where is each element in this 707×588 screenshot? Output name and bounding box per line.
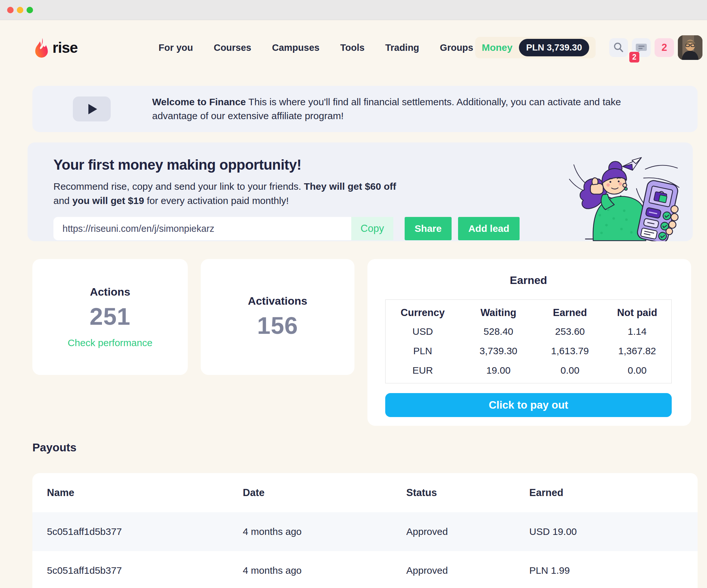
payout-status: Approved	[406, 526, 529, 537]
earned-cell: 1,613.79	[537, 341, 603, 361]
maximize-window-button[interactable]	[27, 7, 33, 13]
payout-status: Approved	[406, 565, 529, 576]
close-window-button[interactable]	[7, 7, 13, 13]
earned-row-usd: USD 528.40 253.60 1.14	[385, 322, 672, 341]
search-button[interactable]	[609, 38, 628, 57]
notifications-button[interactable]: 2	[654, 38, 674, 57]
affiliate-opportunity-card: Your first money making opportunity! Rec…	[28, 142, 693, 241]
payout-earned: USD 19.00	[529, 526, 698, 537]
earned-col-waiting: Waiting	[460, 300, 537, 322]
rise-logo[interactable]: rise	[32, 38, 78, 58]
earned-col-earned: Earned	[537, 300, 603, 322]
brand-name: rise	[53, 39, 78, 56]
money-balance-pill[interactable]: Money PLN 3,739.30	[475, 37, 596, 58]
payouts-col-date: Date	[243, 487, 406, 499]
payout-row: 5c051aff1d5b377 4 months ago Approved US…	[32, 512, 698, 551]
currency-cell: EUR	[385, 361, 460, 383]
welcome-banner-bold: Welcome to Finance	[152, 97, 246, 107]
nav-groups[interactable]: Groups	[440, 42, 473, 53]
payouts-col-name: Name	[47, 487, 243, 499]
activations-value: 156	[257, 312, 298, 339]
check-performance-link[interactable]: Check performance	[68, 337, 153, 349]
window-titlebar	[0, 0, 707, 20]
payout-date: 4 months ago	[243, 526, 406, 537]
flame-icon	[32, 38, 50, 58]
earned-col-currency: Currency	[385, 300, 460, 322]
payouts-title: Payouts	[32, 441, 707, 454]
payouts-col-status: Status	[406, 487, 529, 499]
actions-value: 251	[90, 303, 131, 330]
opportunity-description: Recommend rise, copy and send your link …	[54, 179, 400, 208]
waiting-cell: 19.00	[460, 361, 537, 383]
referral-link-field[interactable]: https://riseuni.com/en/j/simonpiekarz	[54, 217, 351, 240]
payouts-table: Name Date Status Earned 5c051aff1d5b377 …	[32, 473, 698, 588]
affiliate-illustration	[567, 151, 686, 241]
currency-cell: USD	[385, 322, 460, 341]
activations-card: Activations 156	[201, 259, 355, 375]
payouts-col-earned: Earned	[529, 487, 698, 499]
nav-for-you[interactable]: For you	[159, 42, 193, 53]
share-button[interactable]: Share	[405, 217, 451, 240]
nav-campuses[interactable]: Campuses	[272, 42, 319, 53]
play-icon	[88, 104, 97, 114]
nav-trading[interactable]: Trading	[385, 42, 419, 53]
notpaid-cell: 1.14	[603, 322, 671, 341]
desc-bold-you: you will get $19	[72, 195, 144, 206]
earned-card: Earned Currency Waiting Earned Not paid …	[367, 259, 691, 426]
actions-title: Actions	[90, 286, 131, 298]
chat-button[interactable]: 2	[632, 38, 651, 57]
payout-name: 5c051aff1d5b377	[47, 565, 243, 576]
earned-row-eur: EUR 19.00 0.00 0.00	[385, 361, 672, 383]
waiting-cell: 3,739.30	[460, 341, 537, 361]
notification-count: 2	[661, 42, 667, 54]
search-icon	[612, 41, 625, 54]
earned-cell: 0.00	[537, 361, 603, 383]
chat-unread-badge: 2	[629, 52, 639, 63]
payout-earned: PLN 1.99	[529, 565, 698, 576]
user-avatar[interactable]	[678, 35, 703, 60]
avatar-photo	[678, 35, 703, 60]
money-label: Money	[482, 42, 512, 53]
waiting-cell: 528.40	[460, 322, 537, 341]
app-header: rise For you Courses Campuses Tools Trad…	[0, 20, 707, 75]
pay-out-button[interactable]: Click to pay out	[385, 393, 672, 417]
copy-link-button[interactable]: Copy	[351, 217, 393, 240]
earned-row-pln: PLN 3,739.30 1,613.79 1,367.82	[385, 341, 672, 361]
earned-table: Currency Waiting Earned Not paid USD 528…	[385, 299, 672, 383]
payout-row: 5c051aff1d5b377 4 months ago Approved PL…	[32, 551, 698, 588]
paper-plane-icon	[622, 158, 641, 170]
currency-cell: PLN	[385, 341, 460, 361]
earned-table-header: Currency Waiting Earned Not paid	[385, 300, 672, 322]
nav-courses[interactable]: Courses	[214, 42, 251, 53]
main-nav: For you Courses Campuses Tools Trading G…	[159, 42, 473, 53]
desc-bold-they: They will get $60 off	[304, 181, 396, 192]
play-video-button[interactable]	[73, 97, 111, 122]
payout-name: 5c051aff1d5b377	[47, 526, 243, 537]
add-lead-button[interactable]: Add lead	[458, 217, 519, 240]
minimize-window-button[interactable]	[17, 7, 23, 13]
payout-date: 4 months ago	[243, 565, 406, 576]
welcome-banner: Welcome to Finance This is where you'll …	[32, 86, 698, 132]
earned-cell: 253.60	[537, 322, 603, 341]
payouts-header-row: Name Date Status Earned	[32, 473, 698, 512]
earned-title: Earned	[385, 274, 672, 287]
actions-card: Actions 251 Check performance	[32, 259, 188, 375]
welcome-banner-text: Welcome to Finance This is where you'll …	[152, 95, 625, 123]
desc-part: Recommend rise, copy and send your link …	[54, 181, 304, 192]
activations-title: Activations	[248, 295, 307, 307]
nav-tools[interactable]: Tools	[340, 42, 365, 53]
stats-row: Actions 251 Check performance Activation…	[32, 259, 691, 426]
desc-part: for every activation paid monthly!	[144, 195, 289, 206]
earned-col-notpaid: Not paid	[603, 300, 671, 322]
money-amount-badge: PLN 3,739.30	[519, 39, 589, 56]
notpaid-cell: 1,367.82	[603, 341, 671, 361]
desc-part: and	[54, 195, 72, 206]
notpaid-cell: 0.00	[603, 361, 671, 383]
